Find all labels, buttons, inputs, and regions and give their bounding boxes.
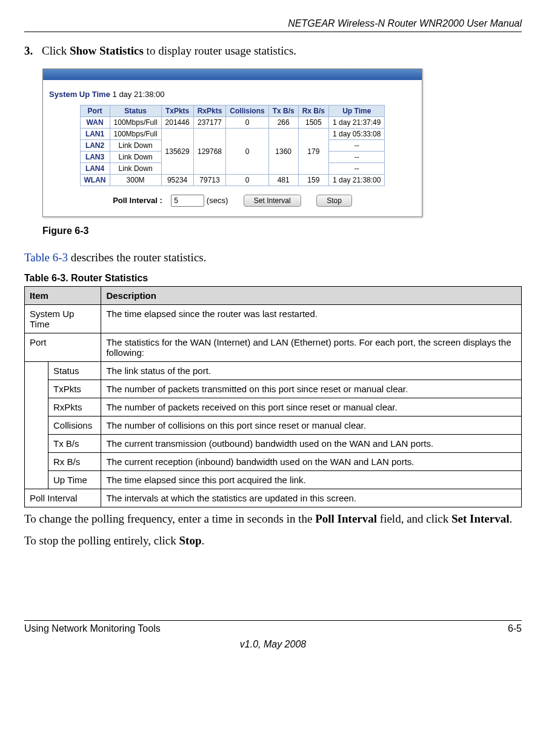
- poll-interval-label: Poll Interval :: [113, 196, 162, 205]
- def-desc: The number of collisions on this port si…: [101, 416, 522, 435]
- cell-up: --: [329, 163, 385, 175]
- text: To change the polling frequency, enter a…: [24, 512, 315, 525]
- system-up-time-row: System Up Time 1 day 21:38:00: [43, 87, 422, 105]
- def-item: Collisions: [48, 416, 101, 435]
- cell-port: WAN: [80, 117, 110, 129]
- cell-rxb: 179: [298, 129, 328, 175]
- def-desc: The link status of the port.: [101, 362, 522, 380]
- def-desc: The current transmission (outbound) band…: [101, 435, 522, 453]
- table-row: Collisions The number of collisions on t…: [25, 416, 522, 435]
- table-row: RxPkts The number of packets received on…: [25, 398, 522, 416]
- def-header-item: Item: [25, 287, 101, 305]
- cell-txb: 266: [268, 117, 298, 129]
- cell-up: 1 day 05:33:08: [329, 129, 385, 140]
- table-row: Rx B/s The current reception (inbound) b…: [25, 453, 522, 471]
- system-up-time-value: 1 day 21:38:00: [113, 90, 165, 99]
- cell-port: LAN2: [80, 140, 110, 152]
- step-text-pre: Click: [42, 44, 70, 57]
- stop-button[interactable]: Stop: [316, 195, 352, 207]
- def-desc: The intervals at which the statistics ar…: [101, 489, 522, 507]
- poll-interval-row: Poll Interval : (secs) Set Interval Stop: [43, 195, 422, 207]
- text: field, and click: [377, 512, 451, 525]
- paragraph-poll-stop: To stop the polling entirely, click Stop…: [24, 534, 522, 547]
- cell-rxb: 1505: [298, 117, 328, 129]
- step-text-bold: Show Statistics: [70, 44, 144, 57]
- cell-col: 0: [226, 117, 268, 129]
- cell-up: 1 day 21:37:49: [329, 117, 385, 129]
- cell-tx: 201446: [161, 117, 193, 129]
- def-desc: The time elapsed since this port acquire…: [101, 471, 522, 489]
- step-number: 3.: [24, 44, 33, 57]
- cell-rx: 129768: [193, 129, 226, 175]
- text-bold: Poll Interval: [315, 512, 377, 525]
- cell-tx: 135629: [161, 129, 193, 175]
- cell-port: LAN1: [80, 129, 110, 140]
- cell-txb: 1360: [268, 129, 298, 175]
- def-desc: The number of packets transmitted on thi…: [101, 380, 522, 398]
- col-txpkts: TxPkts: [161, 105, 193, 117]
- def-indent: [25, 362, 48, 489]
- cell-up: --: [329, 140, 385, 152]
- def-header-desc: Description: [101, 287, 522, 305]
- table-row: Tx B/s The current transmission (outboun…: [25, 435, 522, 453]
- def-item: Poll Interval: [25, 489, 101, 507]
- cell-status: 100Mbps/Full: [110, 117, 161, 129]
- text-bold: Stop: [179, 534, 201, 547]
- table-row: Poll Interval The intervals at which the…: [25, 489, 522, 507]
- footer-page-number: 6-5: [508, 623, 522, 634]
- set-interval-button[interactable]: Set Interval: [244, 195, 301, 207]
- cell-tx: 95234: [161, 175, 193, 186]
- def-item: Port: [25, 333, 101, 362]
- poll-interval-input[interactable]: [171, 195, 204, 207]
- def-desc: The time elapsed since the router was la…: [101, 305, 522, 333]
- table-row: TxPkts The number of packets transmitted…: [25, 380, 522, 398]
- table-row: Status The link status of the port.: [25, 362, 522, 380]
- col-collisions: Collisions: [226, 105, 268, 117]
- footer-version: v1.0, May 2008: [24, 639, 522, 650]
- text: To stop the polling entirely, click: [24, 534, 179, 547]
- poll-interval-unit: (secs): [207, 196, 228, 205]
- table-6-3-link[interactable]: Table 6-3: [24, 251, 68, 264]
- page-header: NETGEAR Wireless-N Router WNR2000 User M…: [24, 18, 522, 29]
- paragraph-poll-change: To change the polling frequency, enter a…: [24, 512, 522, 526]
- col-txbs: Tx B/s: [268, 105, 298, 117]
- cell-status: Link Down: [110, 152, 161, 163]
- cell-status: 300M: [110, 175, 161, 186]
- statistics-table: Port Status TxPkts RxPkts Collisions Tx …: [80, 105, 385, 186]
- text-bold: Set Interval: [451, 512, 510, 525]
- reference-text: describes the router statistics.: [68, 251, 206, 264]
- cell-port: WLAN: [80, 175, 110, 186]
- def-item: Status: [48, 362, 101, 380]
- footer-rule: [24, 620, 522, 621]
- cell-status: Link Down: [110, 163, 161, 175]
- def-desc: The statistics for the WAN (Internet) an…: [101, 333, 522, 362]
- text: .: [510, 512, 513, 525]
- table-row: WAN 100Mbps/Full 201446 237177 0 266 150…: [80, 117, 385, 129]
- col-uptime: Up Time: [329, 105, 385, 117]
- system-up-time-label: System Up Time: [49, 90, 110, 99]
- cell-status: 100Mbps/Full: [110, 129, 161, 140]
- table-title: Table 6-3. Router Statistics: [24, 273, 522, 284]
- cell-rx: 79713: [193, 175, 226, 186]
- cell-port: LAN4: [80, 163, 110, 175]
- col-port: Port: [80, 105, 110, 117]
- col-status: Status: [110, 105, 161, 117]
- def-item: Rx B/s: [48, 453, 101, 471]
- footer-chapter: Using Network Monitoring Tools: [24, 623, 161, 634]
- table-row: Port The statistics for the WAN (Interne…: [25, 333, 522, 362]
- stats-header-row: Port Status TxPkts RxPkts Collisions Tx …: [80, 105, 385, 117]
- cell-up: 1 day 21:38:00: [329, 175, 385, 186]
- def-item: Tx B/s: [48, 435, 101, 453]
- router-statistics-screenshot: System Up Time 1 day 21:38:00 Port Statu…: [42, 69, 422, 217]
- cell-rxb: 159: [298, 175, 328, 186]
- cell-port: LAN3: [80, 152, 110, 163]
- def-item: RxPkts: [48, 398, 101, 416]
- cell-col: 0: [226, 175, 268, 186]
- table-row: Up Time The time elapsed since this port…: [25, 471, 522, 489]
- def-item: System Up Time: [25, 305, 101, 333]
- figure-caption: Figure 6-3: [42, 226, 522, 236]
- cell-up: --: [329, 152, 385, 163]
- def-item: TxPkts: [48, 380, 101, 398]
- table-row: System Up Time The time elapsed since th…: [25, 305, 522, 333]
- def-header-row: Item Description: [25, 287, 522, 305]
